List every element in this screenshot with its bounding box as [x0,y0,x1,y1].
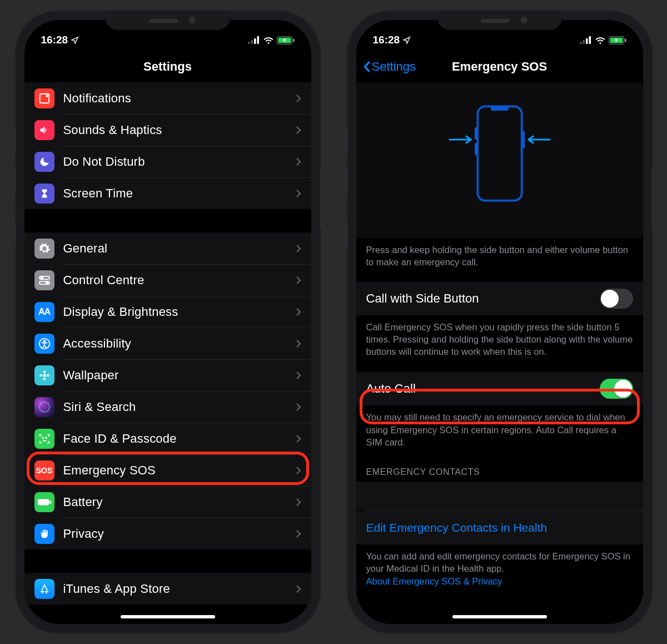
accessibility-icon [34,334,54,354]
sos-content[interactable]: Press and keep holding the side button a… [356,82,643,624]
cell-accessibility[interactable]: Accessibility [24,328,311,359]
svg-rect-3 [257,36,259,44]
cell-label: General [63,241,296,256]
svg-point-22 [45,437,46,438]
svg-rect-28 [589,36,591,44]
auto-call-toggle[interactable] [600,379,633,399]
cell-label: Notifications [63,91,296,106]
chevron-right-icon [296,157,301,166]
svg-rect-24 [49,501,51,504]
auto-call-row[interactable]: Auto Call [356,372,643,405]
cell-sounds[interactable]: Sounds & Haptics [24,114,311,146]
contacts-empty [356,482,643,511]
svg-rect-0 [248,42,250,44]
edit-emergency-contacts-link[interactable]: Edit Emergency Contacts in Health [356,511,643,544]
svg-rect-31 [625,38,626,42]
page-title: Emergency SOS [452,60,547,74]
cell-general[interactable]: General [24,232,311,264]
back-label: Settings [372,60,416,74]
hourglass-icon [34,184,54,204]
home-indicator[interactable] [121,615,215,618]
back-button[interactable]: Settings [363,60,416,74]
sounds-icon [34,120,54,140]
cell-screentime[interactable]: Screen Time [24,177,311,209]
chevron-left-icon [363,61,371,73]
cell-siri[interactable]: Siri & Search [24,391,311,423]
location-icon [402,36,411,44]
illustration-caption: Press and keep holding the side button a… [356,238,643,269]
call-with-side-button-row[interactable]: Call with Side Button [356,282,643,315]
chevron-right-icon [296,94,301,103]
wifi-icon [263,36,274,44]
cell-privacy[interactable]: Privacy [24,518,311,549]
cell-label: Display & Brightness [63,305,296,319]
cell-sos[interactable]: SOS Emergency SOS [24,454,311,486]
cell-label: Screen Time [63,186,296,201]
chevron-right-icon [296,189,301,198]
svg-rect-27 [586,38,588,44]
svg-point-17 [43,378,46,380]
svg-rect-1 [251,40,253,44]
cell-dnd[interactable]: Do Not Disturb [24,146,311,177]
battery-cell-icon [34,492,54,512]
screen-sos: 16:28 Settings Emergency SOS [356,20,643,624]
svg-point-18 [39,374,42,377]
cell-label: iTunes & App Store [63,582,296,596]
phone-right: 16:28 Settings Emergency SOS [347,11,652,633]
svg-rect-25 [580,42,582,44]
svg-rect-32 [477,106,522,201]
settings-list[interactable]: Notifications Sounds & Haptics Do Not Di… [24,82,311,624]
chevron-right-icon [296,529,301,538]
contacts-caption: You can add and edit emergency contacts … [356,544,643,587]
sos-icon: SOS [34,460,54,480]
cell-label: Accessibility [63,336,296,351]
auto-call-caption: You may still need to specify an emergen… [356,405,643,448]
moon-icon [34,152,54,172]
cell-label: Emergency SOS [63,463,296,478]
svg-rect-33 [479,107,521,200]
switch-label: Auto Call [366,382,416,396]
cell-battery[interactable]: Battery [24,486,311,518]
cell-label: Do Not Disturb [63,155,296,169]
phone-left: 16:28 Settings Notifications [16,11,320,633]
page-title: Settings [143,60,192,74]
settings-group-3: iTunes & App Store [24,573,311,605]
svg-rect-35 [475,127,477,140]
appstore-icon [34,579,54,599]
cell-label: Control Centre [63,273,296,288]
svg-point-12 [46,281,48,284]
svg-point-16 [43,370,46,373]
svg-point-15 [43,374,46,377]
svg-point-20 [39,402,49,412]
svg-rect-37 [522,131,525,148]
chevron-right-icon [296,434,301,443]
chevron-right-icon [296,339,301,348]
cell-controlcentre[interactable]: Control Centre [24,264,311,296]
settings-group-1: Notifications Sounds & Haptics Do Not Di… [24,82,311,209]
gear-icon [34,239,54,259]
cell-notifications[interactable]: Notifications [24,82,311,114]
about-sos-privacy-link[interactable]: About Emergency SOS & Privacy [366,575,633,587]
svg-rect-26 [583,40,585,44]
chevron-right-icon [296,498,301,507]
home-indicator[interactable] [452,615,547,618]
svg-rect-23 [38,499,49,505]
phone-press-illustration-icon [439,102,561,219]
status-time: 16:28 [373,34,400,46]
call-side-caption: Call Emergency SOS when you rapidly pres… [356,315,643,358]
call-side-toggle[interactable] [600,289,633,309]
cell-appstore[interactable]: iTunes & App Store [24,573,311,605]
chevron-right-icon [296,276,301,285]
notch [106,11,230,30]
svg-point-10 [41,276,43,279]
chevron-right-icon [296,466,301,475]
svg-rect-2 [254,38,256,44]
hand-icon [34,524,54,544]
svg-point-19 [47,374,49,377]
sos-illustration [356,82,643,238]
cell-display[interactable]: AA Display & Brightness [24,296,311,328]
cell-faceid[interactable]: Face ID & Passcode [24,423,311,454]
siri-icon [34,397,54,417]
cell-wallpaper[interactable]: Wallpaper [24,359,311,391]
svg-point-8 [46,95,48,97]
